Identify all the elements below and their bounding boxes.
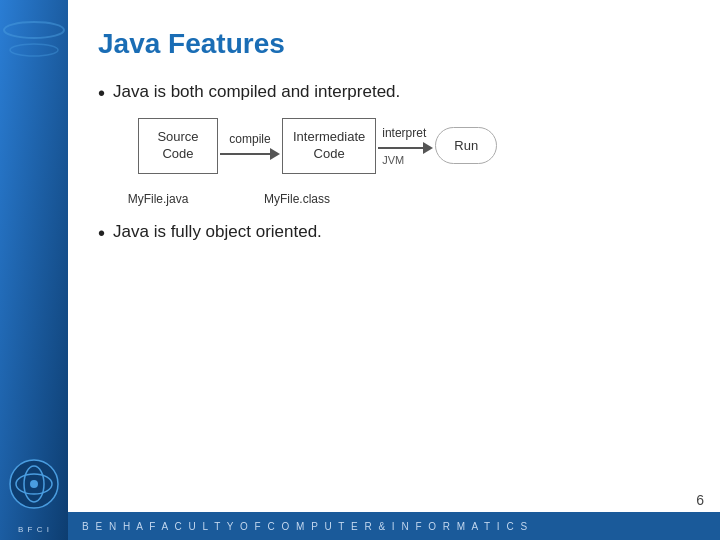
compile-arrow-line	[220, 153, 270, 155]
interpret-label: interpret	[382, 126, 426, 140]
bfci-logo	[8, 458, 60, 510]
svg-point-6	[30, 480, 38, 488]
diagram-filename-labels: MyFile.java MyFile.class	[118, 192, 690, 206]
left-sidebar: B F C I	[0, 0, 68, 540]
compile-arrow-group: compile	[220, 132, 280, 160]
compile-arrowhead	[270, 148, 280, 160]
bullet-2-text: • Java is fully object oriented.	[98, 222, 690, 244]
interpret-arrowhead	[423, 142, 433, 154]
source-code-box: Source Code	[138, 118, 218, 174]
bullet-2-content: Java is fully object oriented.	[113, 222, 322, 242]
bullet-2-section: • Java is fully object oriented.	[98, 222, 690, 244]
intermediate-line2: Code	[314, 146, 345, 161]
interpret-arrow	[378, 142, 433, 154]
source-filename: MyFile.java	[118, 192, 198, 206]
diagram-flow: Source Code compile Intermediate Code	[138, 118, 690, 174]
interpret-arrow-group: interpret JVM	[378, 126, 433, 166]
bullet-1-dot: •	[98, 82, 105, 104]
page-title: Java Features	[98, 28, 690, 60]
main-content: Java Features • Java is both compiled an…	[68, 0, 720, 540]
intermediate-code-box: Intermediate Code	[282, 118, 376, 174]
bullet-1-section: • Java is both compiled and interpreted.…	[98, 82, 690, 206]
run-box: Run	[435, 127, 497, 164]
bfci-label: B F C I	[8, 525, 60, 534]
jvm-label: JVM	[382, 154, 404, 166]
intermediate-filename: MyFile.class	[252, 192, 342, 206]
page-number: 6	[696, 492, 704, 508]
bottom-bar: B e n h a f a c u l t y o f c o m p u t …	[68, 512, 720, 540]
interpret-arrow-line	[378, 147, 423, 149]
compile-arrow	[220, 148, 280, 160]
diagram-area: Source Code compile Intermediate Code	[118, 118, 690, 206]
bullet-2-dot: •	[98, 222, 105, 244]
source-line2: Code	[162, 146, 193, 161]
compile-label: compile	[229, 132, 270, 146]
bullet-1-content: Java is both compiled and interpreted.	[113, 82, 400, 102]
bottom-bar-text: B e n h a f a c u l t y o f c o m p u t …	[82, 521, 529, 532]
intermediate-line1: Intermediate	[293, 129, 365, 144]
bullet-1-text: • Java is both compiled and interpreted.	[98, 82, 690, 104]
source-line1: Source	[157, 129, 198, 144]
